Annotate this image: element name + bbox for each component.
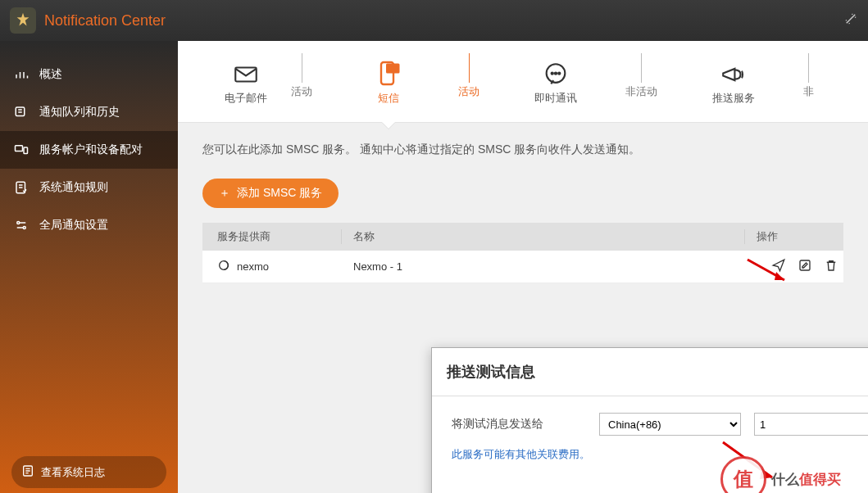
- col-name: 名称: [342, 229, 745, 244]
- tab-label: 短信: [378, 91, 399, 106]
- delete-icon[interactable]: [824, 258, 838, 275]
- send-test-icon[interactable]: [771, 258, 786, 275]
- page-hint: 您可以在此添加 SMSC 服务。 通知中心将通过指定的 SMSC 服务向收件人发…: [202, 142, 843, 157]
- add-smsc-button[interactable]: ＋ 添加 SMSC 服务: [202, 179, 339, 208]
- svg-point-16: [558, 72, 560, 74]
- email-icon: [232, 58, 260, 91]
- tab-status: 非: [803, 41, 820, 122]
- sidebar-item-label: 概述: [39, 67, 62, 82]
- sidebar-item-label: 全局通知设置: [39, 218, 108, 233]
- svg-point-14: [552, 72, 553, 74]
- svg-point-4: [17, 222, 20, 224]
- sidebar-item-rules[interactable]: 系统通知规则: [0, 169, 178, 206]
- devices-icon: [11, 142, 31, 157]
- megaphone-icon: [720, 58, 748, 91]
- dialog-title: 推送测试信息: [447, 362, 868, 382]
- plus-icon: ＋: [219, 186, 230, 201]
- content-area: 电子邮件 活动 短信 活动 即时通讯 非活动: [178, 41, 868, 493]
- service-name: Nexmo - 1: [342, 260, 745, 273]
- tab-im[interactable]: 即时通讯: [486, 41, 625, 122]
- tab-sms[interactable]: 短信: [319, 41, 458, 122]
- svg-point-10: [389, 67, 390, 69]
- sendto-label: 将测试消息发送给: [452, 417, 599, 432]
- tab-status: 非活动: [625, 41, 664, 122]
- sidebar-item-global-settings[interactable]: 全局通知设置: [0, 206, 178, 244]
- tab-label: 推送服务: [712, 91, 755, 106]
- app-title: Notification Center: [44, 12, 166, 29]
- svg-point-11: [392, 67, 393, 69]
- chat-icon: [542, 58, 570, 91]
- settings-icon: [11, 218, 31, 233]
- tab-label: 即时通讯: [534, 91, 577, 106]
- wand-icon[interactable]: [843, 11, 858, 30]
- tab-status: 活动: [291, 41, 319, 122]
- sidebar: 概述 通知队列和历史 服务帐户和设备配对 系统通知规则 全局通知设置 查看系统日…: [0, 41, 178, 493]
- add-button-label: 添加 SMSC 服务: [237, 186, 322, 201]
- tab-push[interactable]: 推送服务: [664, 41, 803, 122]
- table-row: nexmo Nexmo - 1: [202, 251, 843, 283]
- col-ops: 操作: [745, 229, 843, 244]
- sidebar-bottom-label: 查看系统日志: [41, 465, 105, 480]
- phone-number-input[interactable]: [754, 413, 868, 436]
- app-header: Notification Center: [0, 0, 868, 41]
- app-logo-icon: [10, 7, 36, 34]
- list-icon: [11, 105, 31, 120]
- rules-icon: [11, 180, 31, 195]
- col-provider: 服务提供商: [202, 229, 342, 244]
- sidebar-view-logs[interactable]: 查看系统日志: [11, 456, 166, 488]
- sms-icon: [374, 58, 403, 91]
- sidebar-item-queue-history[interactable]: 通知队列和历史: [0, 93, 178, 131]
- sidebar-item-accounts-pairing[interactable]: 服务帐户和设备配对: [0, 131, 178, 169]
- smsc-table: 服务提供商 名称 操作 nexmo Nexmo - 1: [202, 223, 843, 283]
- fee-note-link[interactable]: 此服务可能有其他关联费用。: [452, 447, 868, 462]
- sidebar-item-overview[interactable]: 概述: [0, 56, 178, 93]
- svg-rect-7: [235, 67, 257, 81]
- tab-email[interactable]: 电子邮件: [201, 41, 291, 122]
- svg-rect-2: [24, 147, 28, 154]
- active-tab-indicator-icon: [382, 122, 395, 129]
- log-icon: [21, 464, 34, 480]
- svg-rect-18: [800, 260, 810, 270]
- country-code-select[interactable]: China(+86): [599, 413, 741, 436]
- svg-point-12: [395, 67, 397, 69]
- sidebar-item-label: 通知队列和历史: [39, 105, 120, 120]
- table-header: 服务提供商 名称 操作: [202, 223, 843, 251]
- svg-rect-1: [16, 146, 23, 152]
- svg-point-15: [555, 72, 557, 74]
- test-message-dialog: 推送测试信息 — ✕ 将测试消息发送给 China(+86) 此服务可能有其他关…: [431, 347, 868, 493]
- svg-point-5: [23, 227, 25, 229]
- tab-status: 活动: [458, 41, 486, 122]
- channel-tabs: 电子邮件 活动 短信 活动 即时通讯 非活动: [178, 41, 868, 123]
- edit-icon[interactable]: [798, 258, 812, 275]
- sidebar-item-label: 系统通知规则: [39, 180, 108, 195]
- overview-icon: [11, 67, 31, 82]
- tab-label: 电子邮件: [225, 91, 267, 106]
- provider-icon: [217, 259, 230, 274]
- provider-name: nexmo: [237, 260, 269, 273]
- sidebar-item-label: 服务帐户和设备配对: [39, 142, 143, 157]
